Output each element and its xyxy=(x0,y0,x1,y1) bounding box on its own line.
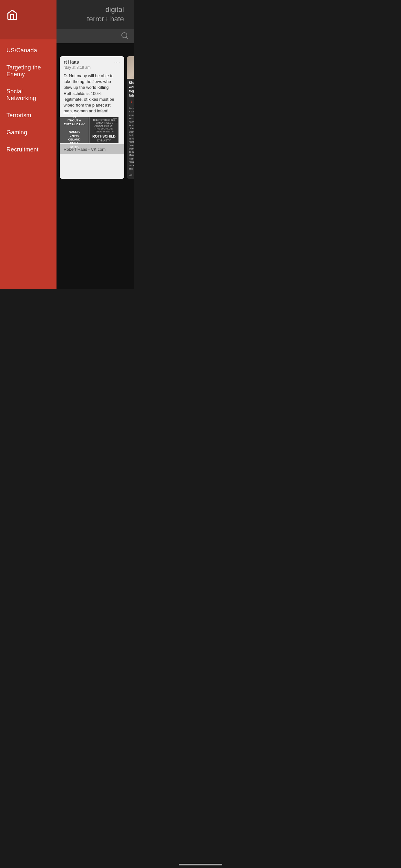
sidebar: US/Canada Targeting the Enemy Social Net… xyxy=(0,0,57,289)
card-main[interactable]: rt Haas rday at 8:19 am ··· D. Not many … xyxy=(60,56,124,179)
card-body: D. Not many will be able to take the ng … xyxy=(60,72,124,117)
sidebar-item-targeting-enemy[interactable]: Targeting the Enemy xyxy=(0,59,57,83)
card-img-right: THE ROTHSCHILD FAMILY HOLDS ABOUT 80% OF… xyxy=(89,117,119,143)
search-icon[interactable] xyxy=(121,32,128,41)
card-side-content: Sisters working toge... better future! ›… xyxy=(127,79,134,173)
card-img-left-text: OUNTRIES LEFT INITHOUT AENTRAL BANKRUSSI… xyxy=(62,112,87,149)
svg-line-1 xyxy=(126,37,127,38)
content-area: rt Haas rday at 8:19 am ··· D. Not many … xyxy=(57,43,134,205)
sidebar-item-recruitment[interactable]: Recruitment xyxy=(0,141,57,158)
card-side-person-image xyxy=(127,56,134,79)
app-title: digital terror+ hate xyxy=(63,5,127,24)
card-side-body: Being a woman is a tough both warrior an… xyxy=(129,107,134,170)
card-side-chevron-icon[interactable]: › xyxy=(129,97,134,105)
main-content: digital terror+ hate rt Haas xyxy=(57,0,134,289)
sidebar-nav: US/Canada Targeting the Enemy Social Net… xyxy=(0,39,57,161)
sidebar-active-bar xyxy=(0,29,57,39)
card-checkbox[interactable] xyxy=(113,119,117,123)
sidebar-item-social-networking[interactable]: Social Networking xyxy=(0,83,57,107)
sidebar-item-us-canada[interactable]: US/Canada xyxy=(0,42,57,59)
home-button[interactable] xyxy=(0,0,57,29)
card-time: rday at 8:19 am xyxy=(64,65,90,70)
card-author: rt Haas xyxy=(64,59,90,65)
search-bar[interactable] xyxy=(57,29,134,43)
card-side-footer: Wo... xyxy=(127,173,134,179)
card-side[interactable]: Sisters working toge... better future! ›… xyxy=(127,56,134,179)
card-images: OUNTRIES LEFT INITHOUT AENTRAL BANKRUSSI… xyxy=(60,117,124,144)
card-menu-dots[interactable]: ··· xyxy=(114,59,120,65)
cards-container: rt Haas rday at 8:19 am ··· D. Not many … xyxy=(60,56,130,179)
card-img-left: OUNTRIES LEFT INITHOUT AENTRAL BANKRUSSI… xyxy=(60,117,89,143)
sidebar-item-terrorism[interactable]: Terrorism xyxy=(0,107,57,124)
card-side-image xyxy=(127,56,134,79)
card-img-right-sub: DYNASTY xyxy=(97,139,111,142)
dark-lower-area xyxy=(57,205,134,289)
card-side-title: Sisters working toge... better future! xyxy=(129,81,134,97)
main-header: digital terror+ hate xyxy=(57,0,134,29)
sidebar-item-gaming[interactable]: Gaming xyxy=(0,124,57,141)
home-icon xyxy=(6,9,18,20)
card-header: rt Haas rday at 8:19 am ··· xyxy=(60,56,124,72)
card-img-right-title: ROTHSCHILD xyxy=(92,134,116,138)
